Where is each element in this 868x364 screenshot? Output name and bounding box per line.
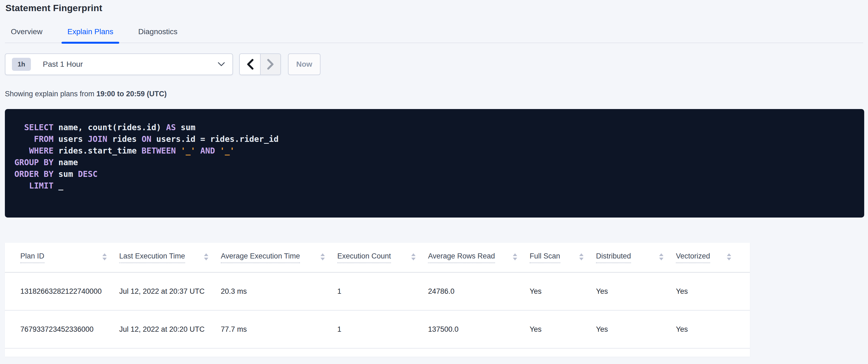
sort-down-icon bbox=[513, 258, 517, 260]
sql-text bbox=[14, 122, 24, 132]
column-label: Execution Count bbox=[337, 252, 391, 263]
table-row: 13182663282122740000Jul 12, 2022 at 20:3… bbox=[5, 273, 750, 311]
cell-plan_id: 13182663282122740000 bbox=[20, 287, 119, 296]
cell-plan_id: 767933723452336000 bbox=[20, 325, 119, 334]
sql-keyword: GROUP BY bbox=[14, 158, 54, 167]
sql-keyword: AS bbox=[166, 122, 176, 132]
sort-down-icon bbox=[579, 258, 584, 260]
table-row: 767933723452336000Jul 12, 2022 at 20:20 … bbox=[5, 311, 750, 348]
tab-explain-plans[interactable]: Explain Plans bbox=[62, 27, 120, 43]
cell-full_scan: Yes bbox=[530, 287, 596, 296]
column-label: Average Rows Read bbox=[428, 252, 495, 263]
statement-fingerprint-page: Statement Fingerprint Overview Explain P… bbox=[0, 0, 868, 364]
sort-up-icon bbox=[411, 253, 415, 256]
time-range-dropdown[interactable]: 1h Past 1 Hour bbox=[5, 53, 233, 75]
sql-keyword: FROM bbox=[34, 134, 53, 144]
sql-text bbox=[195, 146, 200, 156]
now-button[interactable]: Now bbox=[288, 53, 320, 75]
table-header-row: Plan IDLast Execution TimeAverage Execut… bbox=[5, 252, 750, 273]
cell-vectorized: Yes bbox=[676, 325, 744, 334]
sort-up-icon bbox=[579, 253, 584, 256]
sort-arrows-icon[interactable] bbox=[579, 253, 584, 260]
sort-arrows-icon[interactable] bbox=[102, 253, 107, 260]
sort-down-icon bbox=[320, 258, 325, 260]
sql-keyword: AND bbox=[200, 146, 215, 156]
sql-text bbox=[14, 134, 34, 144]
sql-text: sum bbox=[54, 169, 78, 179]
table-body: 13182663282122740000Jul 12, 2022 at 20:3… bbox=[5, 273, 750, 348]
sql-keyword: LIMIT bbox=[29, 181, 53, 190]
chevron-right-icon bbox=[267, 59, 274, 70]
column-header-distributed[interactable]: Distributed bbox=[596, 252, 676, 263]
column-label: Plan ID bbox=[20, 252, 44, 263]
showing-plans-caption: Showing explain plans from 19:00 to 20:5… bbox=[5, 90, 863, 98]
cell-average_execution_time: 20.3 ms bbox=[221, 287, 337, 296]
sort-up-icon bbox=[727, 253, 731, 256]
sort-arrows-icon[interactable] bbox=[411, 253, 415, 260]
sql-text bbox=[176, 146, 181, 156]
cell-execution_count: 1 bbox=[337, 287, 428, 296]
column-label: Average Execution Time bbox=[221, 252, 300, 263]
column-label: Vectorized bbox=[676, 252, 710, 263]
sql-keyword: SELECT bbox=[24, 122, 53, 132]
column-header-vectorized[interactable]: Vectorized bbox=[676, 252, 744, 263]
sql-line: FROM users JOIN rides ON users.id = ride… bbox=[14, 133, 864, 145]
caption-time-range: 19:00 to 20:59 (UTC) bbox=[96, 90, 167, 98]
cell-last_execution_time: Jul 12, 2022 at 20:37 UTC bbox=[119, 287, 221, 296]
sql-line: GROUP BY name bbox=[14, 157, 864, 168]
cell-average_rows_read: 24786.0 bbox=[428, 287, 530, 296]
sort-arrows-icon[interactable] bbox=[320, 253, 325, 260]
sql-keyword: DESC bbox=[78, 169, 97, 179]
cell-last_execution_time: Jul 12, 2022 at 20:20 UTC bbox=[119, 325, 221, 334]
column-label: Last Execution Time bbox=[119, 252, 185, 263]
cell-execution_count: 1 bbox=[337, 325, 428, 334]
sort-arrows-icon[interactable] bbox=[659, 253, 663, 260]
column-header-average_rows_read[interactable]: Average Rows Read bbox=[428, 252, 530, 263]
cell-average_rows_read: 137500.0 bbox=[428, 325, 530, 334]
sql-text: _ bbox=[54, 181, 63, 190]
sql-text bbox=[215, 146, 220, 156]
tab-diagnostics[interactable]: Diagnostics bbox=[132, 27, 183, 43]
column-header-average_execution_time[interactable]: Average Execution Time bbox=[221, 252, 337, 263]
cell-vectorized: Yes bbox=[676, 287, 744, 296]
sort-up-icon bbox=[659, 253, 663, 256]
cell-full_scan: Yes bbox=[530, 325, 596, 334]
cell-average_execution_time: 77.7 ms bbox=[221, 325, 337, 334]
sql-text bbox=[14, 181, 29, 190]
time-step-button-group bbox=[239, 53, 281, 75]
sql-text: rides bbox=[107, 134, 142, 144]
column-header-plan_id[interactable]: Plan ID bbox=[20, 252, 119, 263]
column-label: Distributed bbox=[596, 252, 631, 263]
sql-text: name bbox=[54, 158, 78, 167]
sort-arrows-icon[interactable] bbox=[727, 253, 731, 260]
sort-down-icon bbox=[659, 258, 663, 260]
time-range-badge: 1h bbox=[12, 58, 31, 71]
sql-line: WHERE rides.start_time BETWEEN '_' AND '… bbox=[14, 145, 864, 157]
next-time-button[interactable] bbox=[260, 54, 280, 75]
sql-literal: '_' bbox=[181, 146, 195, 156]
cell-distributed: Yes bbox=[596, 287, 676, 296]
sort-arrows-icon[interactable] bbox=[204, 253, 208, 260]
caption-prefix: Showing explain plans from bbox=[5, 90, 96, 98]
column-header-last_execution_time[interactable]: Last Execution Time bbox=[119, 252, 221, 263]
sort-up-icon bbox=[102, 253, 107, 256]
sort-up-icon bbox=[204, 253, 208, 256]
sql-text: sum bbox=[176, 122, 195, 132]
sql-line: SELECT name, count(rides.id) AS sum bbox=[14, 121, 864, 133]
previous-time-button[interactable] bbox=[240, 54, 260, 75]
sql-keyword: JOIN bbox=[88, 134, 107, 144]
sort-down-icon bbox=[411, 258, 415, 260]
column-header-full_scan[interactable]: Full Scan bbox=[530, 252, 596, 263]
chevron-left-icon bbox=[247, 59, 254, 70]
column-header-execution_count[interactable]: Execution Count bbox=[337, 252, 428, 263]
tab-overview[interactable]: Overview bbox=[5, 27, 49, 43]
sql-literal: '_' bbox=[220, 146, 235, 156]
sort-down-icon bbox=[102, 258, 107, 260]
sql-keyword: ORDER BY bbox=[14, 169, 54, 179]
sql-text bbox=[14, 146, 29, 156]
sql-keyword: ON bbox=[142, 134, 151, 144]
explain-plans-table: Plan IDLast Execution TimeAverage Execut… bbox=[5, 243, 750, 357]
sort-down-icon bbox=[727, 258, 731, 260]
sql-text: users bbox=[54, 134, 88, 144]
sort-arrows-icon[interactable] bbox=[513, 253, 517, 260]
